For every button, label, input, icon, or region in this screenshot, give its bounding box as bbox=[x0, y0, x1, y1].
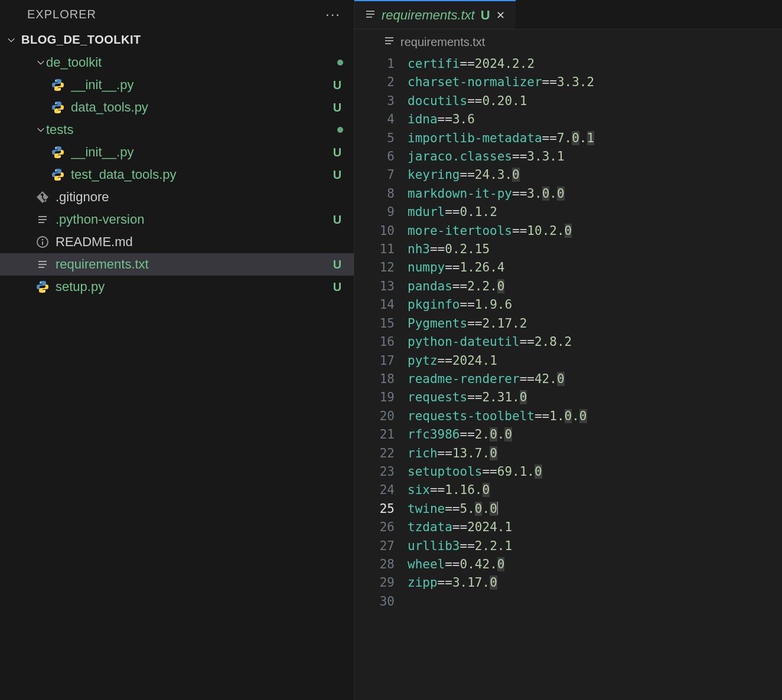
close-icon[interactable]: ✕ bbox=[496, 9, 505, 22]
equals-operator: == bbox=[467, 316, 482, 331]
python-icon bbox=[51, 78, 65, 92]
lines-icon bbox=[35, 212, 50, 227]
line-number: 19 bbox=[354, 388, 395, 407]
file-tree: de_toolkit__init__.pyUdata_tools.pyUtest… bbox=[0, 51, 354, 298]
code-line[interactable]: requests-toolbelt==1.0.0 bbox=[408, 407, 782, 426]
package-name: requests-toolbelt bbox=[408, 409, 535, 423]
code-lines[interactable]: certifi==2024.2.2charset-normalizer==3.3… bbox=[408, 55, 782, 700]
code-line[interactable]: idna==3.6 bbox=[408, 110, 782, 129]
package-name: wheel bbox=[408, 557, 445, 571]
file-tests_init[interactable]: __init__.pyU bbox=[0, 141, 354, 163]
line-number: 29 bbox=[354, 574, 395, 592]
equals-operator: == bbox=[445, 502, 460, 516]
svg-point-2 bbox=[56, 103, 57, 104]
package-name: certifi bbox=[408, 57, 460, 71]
code-line[interactable]: twine==5.0.0 bbox=[408, 500, 782, 518]
code-area[interactable]: 1234567891011121314151617181920212223242… bbox=[354, 55, 782, 700]
breadcrumb-file: requirements.txt bbox=[400, 35, 485, 49]
chevron-down-icon bbox=[6, 35, 17, 45]
code-line[interactable]: pytz==2024.1 bbox=[408, 352, 782, 370]
file-label: .python-version bbox=[56, 212, 331, 227]
svg-point-6 bbox=[56, 170, 57, 171]
code-line[interactable]: rich==13.7.0 bbox=[408, 444, 782, 463]
code-line[interactable]: importlib-metadata==7.0.1 bbox=[408, 129, 782, 148]
folder-de_toolkit[interactable]: de_toolkit bbox=[0, 51, 354, 74]
svg-point-12 bbox=[42, 239, 44, 241]
file-test_data_tools[interactable]: test_data_tools.pyU bbox=[0, 163, 354, 186]
package-name: markdown-it-py bbox=[408, 187, 512, 201]
code-line[interactable]: more-itertools==10.2.0 bbox=[408, 222, 782, 240]
line-number: 10 bbox=[354, 222, 395, 240]
file-label: data_tools.py bbox=[71, 100, 331, 115]
line-number: 7 bbox=[354, 166, 395, 184]
code-line[interactable]: nh3==0.2.15 bbox=[408, 240, 782, 259]
code-line[interactable]: keyring==24.3.0 bbox=[408, 166, 782, 184]
code-line[interactable]: wheel==0.42.0 bbox=[408, 555, 782, 574]
code-line[interactable]: requests==2.31.0 bbox=[408, 388, 782, 407]
code-line[interactable]: tzdata==2024.1 bbox=[408, 518, 782, 537]
line-number: 4 bbox=[354, 110, 395, 129]
line-number: 24 bbox=[354, 481, 395, 499]
code-line[interactable]: markdown-it-py==3.0.0 bbox=[408, 185, 782, 203]
file-data_tools[interactable]: data_tools.pyU bbox=[0, 96, 354, 119]
code-line[interactable]: certifi==2024.2.2 bbox=[408, 55, 782, 73]
line-number: 8 bbox=[354, 185, 395, 203]
code-line[interactable]: readme-renderer==42.0 bbox=[408, 370, 782, 388]
code-line[interactable]: docutils==0.20.1 bbox=[408, 92, 782, 110]
equals-operator: == bbox=[520, 372, 535, 386]
project-header[interactable]: BLOG_DE_TOOLKIT bbox=[0, 28, 354, 51]
code-line[interactable] bbox=[408, 593, 782, 611]
tab-requirements[interactable]: requirements.txt U ✕ bbox=[354, 0, 516, 29]
tab-bar: requirements.txt U ✕ bbox=[354, 0, 782, 30]
code-line[interactable]: charset-normalizer==3.3.2 bbox=[408, 73, 782, 91]
package-name: mdurl bbox=[408, 205, 445, 219]
code-line[interactable]: urllib3==2.2.1 bbox=[408, 537, 782, 555]
file-de_toolkit_init[interactable]: __init__.pyU bbox=[0, 74, 354, 96]
file-readme[interactable]: README.md bbox=[0, 231, 354, 253]
line-number: 23 bbox=[354, 463, 395, 481]
breadcrumb[interactable]: requirements.txt bbox=[354, 30, 782, 55]
equals-operator: == bbox=[482, 465, 497, 479]
file-setup[interactable]: setup.pyU bbox=[0, 276, 354, 298]
git-icon bbox=[35, 190, 50, 204]
line-number: 26 bbox=[354, 518, 395, 537]
code-line[interactable]: rfc3986==2.0.0 bbox=[408, 426, 782, 444]
line-number: 3 bbox=[354, 92, 395, 110]
svg-point-4 bbox=[56, 148, 57, 149]
code-line[interactable]: Pygments==2.17.2 bbox=[408, 315, 782, 333]
equals-operator: == bbox=[460, 297, 475, 312]
code-line[interactable]: six==1.16.0 bbox=[408, 481, 782, 499]
explorer-sidebar: EXPLORER ··· BLOG_DE_TOOLKIT de_toolkit_… bbox=[0, 0, 354, 700]
code-line[interactable]: numpy==1.26.4 bbox=[408, 259, 782, 277]
file-gitignore[interactable]: .gitignore bbox=[0, 186, 354, 208]
file-label: de_toolkit bbox=[46, 55, 337, 70]
file-req[interactable]: requirements.txtU bbox=[0, 253, 354, 276]
code-line[interactable]: zipp==3.17.0 bbox=[408, 574, 782, 592]
editor-pane: requirements.txt U ✕ requirements.txt 12… bbox=[354, 0, 782, 700]
line-number: 30 bbox=[354, 593, 395, 611]
package-name: rfc3986 bbox=[408, 427, 460, 441]
code-line[interactable]: pandas==2.2.0 bbox=[408, 277, 782, 296]
package-name: requests bbox=[408, 390, 467, 404]
package-name: jaraco.classes bbox=[408, 149, 512, 163]
chevron-down-icon bbox=[35, 57, 46, 68]
line-number: 5 bbox=[354, 129, 395, 148]
package-name: keyring bbox=[408, 168, 460, 182]
line-gutter: 1234567891011121314151617181920212223242… bbox=[354, 55, 408, 700]
equals-operator: == bbox=[445, 205, 460, 219]
tab-filename: requirements.txt bbox=[382, 8, 475, 23]
package-name: pytz bbox=[408, 354, 438, 368]
python-icon bbox=[51, 100, 65, 115]
file-label: tests bbox=[46, 122, 337, 138]
code-line[interactable]: setuptools==69.1.0 bbox=[408, 463, 782, 481]
code-line[interactable]: mdurl==0.1.2 bbox=[408, 203, 782, 221]
git-status bbox=[337, 60, 343, 66]
equals-operator: == bbox=[460, 168, 475, 182]
code-line[interactable]: python-dateutil==2.8.2 bbox=[408, 333, 782, 351]
explorer-header: EXPLORER ··· bbox=[0, 0, 354, 28]
code-line[interactable]: jaraco.classes==3.3.1 bbox=[408, 148, 782, 166]
folder-tests[interactable]: tests bbox=[0, 119, 354, 141]
more-icon[interactable]: ··· bbox=[325, 6, 341, 22]
file-pyver[interactable]: .python-versionU bbox=[0, 208, 354, 231]
code-line[interactable]: pkginfo==1.9.6 bbox=[408, 296, 782, 314]
